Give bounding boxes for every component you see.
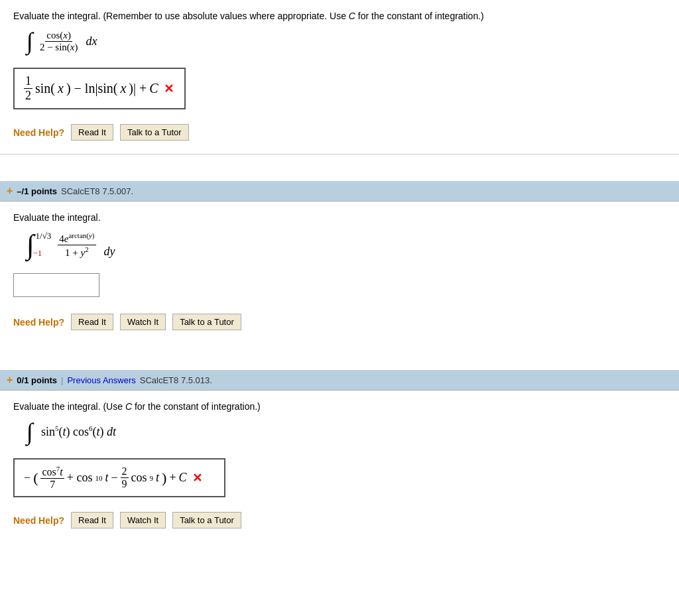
points-label-3: 0/1 points <box>17 375 57 385</box>
integral-2: ∫ 1/√3 −1 4earctan(y) 1 + y2 dy <box>27 231 666 259</box>
section-2: Evaluate the integral. ∫ 1/√3 −1 4earcta… <box>0 202 679 343</box>
integrand-1: cos(x) 2 − sin(x) <box>38 30 80 53</box>
points-label-2: –/1 points <box>17 186 57 196</box>
instruction-2: Evaluate the integral. <box>13 212 666 223</box>
read-it-button-2[interactable]: Read It <box>71 314 113 330</box>
integral-1: ∫ cos(x) 2 − sin(x) dx <box>27 29 666 53</box>
read-it-button-1[interactable]: Read It <box>71 124 113 141</box>
dx-1: dx <box>86 34 97 48</box>
course-label-2: SCalcET8 7.5.007. <box>61 186 133 196</box>
integrand-2: 4earctan(y) 1 + y2 <box>58 231 95 259</box>
dy-2: dy <box>104 245 115 259</box>
need-help-label-2: Need Help? <box>13 317 64 328</box>
watch-it-button-2[interactable]: Watch It <box>120 314 166 330</box>
pipe-3: | <box>61 375 63 385</box>
answer-math-3: − ( cos7t 7 + cos10t − 2 9 cos9t ) + C <box>24 465 187 491</box>
answer-input-2[interactable] <box>13 273 99 297</box>
prev-answers-3[interactable]: Previous Answers <box>67 375 135 385</box>
watch-it-button-3[interactable]: Watch It <box>120 512 166 528</box>
plus-icon-3: + <box>7 374 13 386</box>
integral-sign-1: ∫ <box>27 29 33 53</box>
need-help-row-3: Need Help? Read It Watch It Talk to a Tu… <box>13 512 666 528</box>
talk-to-tutor-button-1[interactable]: Talk to a Tutor <box>120 124 189 141</box>
integral-3: ∫ sin5(t) cos6(t) dt <box>27 420 666 444</box>
lower-bound-2: −1 <box>33 248 42 259</box>
need-help-row-1: Need Help? Read It Talk to a Tutor <box>13 124 666 141</box>
upper-bound-2: 1/√3 <box>36 231 52 241</box>
integrand-3: sin5(t) cos6(t) dt <box>41 424 116 439</box>
need-help-label-3: Need Help? <box>13 515 64 526</box>
section-header-2: + –/1 points SCalcET8 7.5.007. <box>0 181 679 202</box>
instruction-1: Evaluate the integral. (Remember to use … <box>13 11 666 21</box>
answer-box-3: − ( cos7t 7 + cos10t − 2 9 cos9t ) + C ✕ <box>13 458 225 497</box>
section-1: Evaluate the integral. (Remember to use … <box>0 0 679 154</box>
talk-to-tutor-button-3[interactable]: Talk to a Tutor <box>172 512 241 528</box>
section-3: Evaluate the integral. (Use C for the co… <box>0 391 679 542</box>
section-header-3: + 0/1 points | Previous Answers SCalcET8… <box>0 370 679 391</box>
need-help-row-2: Need Help? Read It Watch It Talk to a Tu… <box>13 314 666 330</box>
course-label-3: SCalcET8 7.5.013. <box>140 375 212 385</box>
integral-sign-3: ∫ <box>27 420 33 444</box>
answer-math-1: 1 2 sin(x) − ln|sin(x)| + C <box>24 74 158 103</box>
need-help-label-1: Need Help? <box>13 127 64 138</box>
instruction-3: Evaluate the integral. (Use C for the co… <box>13 401 666 412</box>
wrong-icon-1: ✕ <box>164 82 174 96</box>
read-it-button-3[interactable]: Read It <box>71 512 113 528</box>
answer-box-1: 1 2 sin(x) − ln|sin(x)| + C ✕ <box>13 68 186 109</box>
plus-icon-2: + <box>7 185 13 197</box>
wrong-icon-3: ✕ <box>192 471 202 485</box>
talk-to-tutor-button-2[interactable]: Talk to a Tutor <box>172 314 241 330</box>
